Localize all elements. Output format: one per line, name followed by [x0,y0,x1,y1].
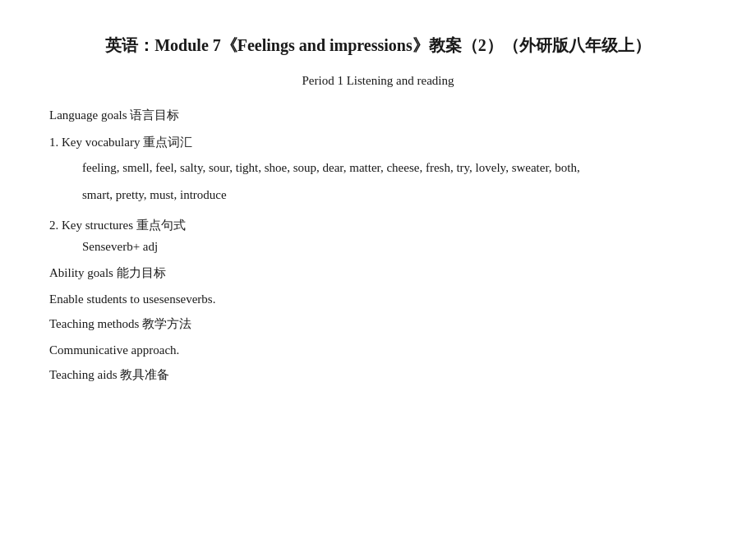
teaching-aids-label: Teaching aids 教具准备 [49,367,707,383]
ability-goals-label: Ability goals 能力目标 [49,265,707,281]
teaching-methods-content: Communicative approach. [49,343,707,357]
period-title: Period 1 Listening and reading [49,74,707,88]
teaching-methods-label: Teaching methods 教学方法 [49,316,707,332]
key-vocab-content-2: smart, pretty, must, introduce [49,184,707,206]
page-title: 英语：Module 7《Feelings and impressions》教案（… [49,33,707,58]
language-goals-label: Language goals 语言目标 [49,108,707,123]
key-structures-label: 2. Key structures 重点句式 [49,218,707,233]
key-vocab-content-1: feeling, smell, feel, salty, sour, tight… [49,157,707,179]
key-structures-content: Senseverb+ adj [49,240,707,254]
key-vocab-label: 1. Key vocabulary 重点词汇 [49,135,707,150]
ability-goals-content: Enable students to usesenseverbs. [49,292,707,306]
